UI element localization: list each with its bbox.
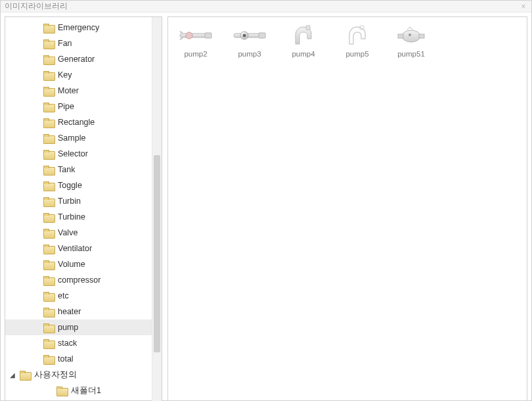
folder-icon [43,134,54,143]
tree-item-label: Moter [58,86,79,95]
folder-icon [20,371,30,379]
tree-item-valve[interactable]: Valve [5,225,152,241]
tree-item-label: compressor [58,275,100,285]
folder-icon [43,103,54,111]
svg-point-12 [409,34,411,36]
content-panes: EmergencyFanGeneratorKeyMoterPipeRectang… [5,16,527,401]
preview-pane: pump2 pump3 [167,16,527,401]
tree-item-key[interactable]: Key [5,67,152,83]
tree-item-pump[interactable]: pump [5,319,152,335]
folder-icon [43,292,54,300]
folder-icon [43,55,54,64]
tree-item-label: Turbin [58,197,81,206]
tree-item-total[interactable]: total [5,351,152,367]
image-library-dialog: 이미지라이브러리 × EmergencyFanGeneratorKeyMoter… [0,0,532,401]
tree-item-fan[interactable]: Fan [5,35,152,51]
folder-icon [43,229,54,237]
expander-icon[interactable]: ◢ [9,371,16,379]
tree-item-label: Valve [58,228,78,237]
svg-rect-7 [306,26,310,30]
tree-item-turbin[interactable]: Turbin [5,193,152,209]
tree-item-volume[interactable]: Volume [5,256,152,272]
folder-icon [43,308,54,316]
tree-item-label: Volume [58,260,85,269]
tree-item-label: Ventilator [58,244,92,253]
folder-icon [43,197,54,206]
tree-item-label: 새폴더1 [71,385,101,396]
thumbnail-label: pump3 [238,50,261,58]
thumbnail-pump4[interactable]: pump4 [282,25,324,58]
svg-point-9 [402,30,420,42]
tree-item-compressor[interactable]: compressor [5,272,152,288]
tree-item-label: Generator [58,55,95,64]
folder-icon [43,260,54,269]
tree-item-label: Sample [58,133,85,143]
tree-item-sample[interactable]: Sample [5,130,152,146]
tree-item-label: Tank [58,165,75,174]
svg-rect-1 [205,33,211,38]
tree-item-tank[interactable]: Tank [5,162,152,177]
folder-icon [43,323,54,332]
titlebar: 이미지라이브러리 × [1,1,531,12]
folder-icon [43,24,54,32]
tree-item-etc[interactable]: etc [5,288,152,304]
tree-item-사용자정의[interactable]: ◢사용자정의 [5,367,152,383]
pump-icon [286,25,321,46]
svg-point-2 [186,32,192,39]
folder-icon [43,71,54,80]
thumbnail-label: pump4 [292,50,315,58]
tree-item-emergency[interactable]: Emergency [5,20,152,35]
thumbnail-pump3[interactable]: pump3 [229,25,271,58]
tree-item-label: Key [58,70,72,80]
window-title: 이미지라이브러리 [5,1,68,12]
tree-item-label: stack [58,339,77,348]
folder-icon [43,166,54,174]
thumbnail-pump51[interactable]: pump51 [390,25,432,58]
folder-icon [43,150,54,158]
tree-item-label: Pipe [58,102,74,111]
tree-item-label: etc [58,291,69,300]
folder-icon [43,39,54,48]
tree-scrollbar[interactable] [152,17,162,401]
tree-item-label: total [58,354,74,364]
pump-icon [233,25,267,46]
thumbnail-grid: pump2 pump3 [175,25,520,58]
tree-scroll-thumb[interactable] [154,155,160,352]
thumbnail-pump5[interactable]: pump5 [336,25,378,58]
svg-point-6 [243,34,246,37]
close-icon[interactable]: × [518,1,529,12]
thumbnail-pump2[interactable]: pump2 [175,25,217,58]
thumbnail-label: pump2 [184,50,207,58]
pump-icon [340,25,374,46]
tree-item-pipe[interactable]: Pipe [5,99,152,114]
tree-item-turbine[interactable]: Turbine [5,209,152,225]
tree-item-heater[interactable]: heater [5,304,152,319]
svg-rect-0 [180,34,206,37]
tree-item-새폴더1[interactable]: 새폴더1 [5,383,152,398]
folder-icon [56,387,67,395]
tree-item-label: Fan [58,39,72,48]
svg-rect-11 [419,34,424,38]
tree-item-selector[interactable]: Selector [5,146,152,162]
tree-item-label: heater [58,307,81,316]
tree-item-toggle[interactable]: Toggle [5,177,152,193]
tree-item-stack[interactable]: stack [5,335,152,351]
tree-pane: EmergencyFanGeneratorKeyMoterPipeRectang… [5,16,162,401]
folder-icon [43,87,54,95]
tree-item-label: Turbine [58,212,85,222]
pump-icon [394,25,428,46]
pump-icon [179,25,213,46]
folder-icon [43,213,54,222]
folder-icon [43,245,54,253]
tree-item-rectangle[interactable]: Rectangle [5,114,152,130]
svg-rect-4 [259,33,265,38]
tree-item-generator[interactable]: Generator [5,51,152,67]
tree-item-label: Emergency [58,23,99,32]
tree-item-moter[interactable]: Moter [5,83,152,99]
folder-tree[interactable]: EmergencyFanGeneratorKeyMoterPipeRectang… [5,17,152,401]
folder-icon [43,339,54,348]
thumbnail-label: pump5 [345,50,368,58]
tree-item-label: Rectangle [58,118,95,127]
tree-item-ventilator[interactable]: Ventilator [5,241,152,256]
tree-item-label: 사용자정의 [34,369,77,381]
